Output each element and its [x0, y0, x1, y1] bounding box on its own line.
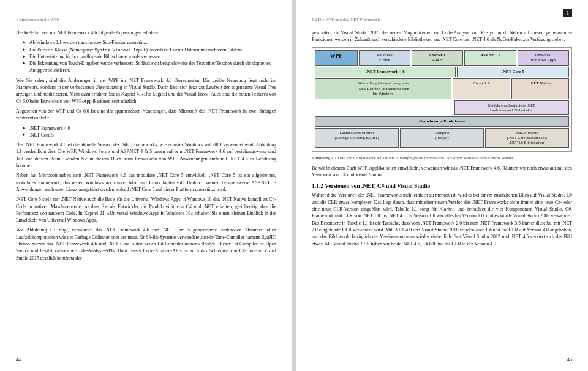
diagram-row-4: Modulare und optimierte .NETLaufzeiten u… [315, 100, 569, 115]
bullet-item-4: Die Erkennung von Touch-Eingaben wurde v… [23, 60, 276, 74]
bullet-item-3: Die Unterstützung für hochauflösende Bil… [23, 53, 276, 60]
diagram-row-shared: Laufzeitkomponenten(Garbage Collector, R… [315, 128, 569, 148]
cell-coreclr: Core CLR [453, 78, 510, 99]
bullet-item-2: Die Cursor-Klasse (Namespace: System.Win… [23, 47, 276, 53]
net-framework-diagram: WPF WindowsForms ASP.NET4 & 5 ASP.NET 5 … [312, 47, 572, 152]
cell-netnative: .NET Native [511, 78, 569, 99]
list-net-versions: .NET Framework 4.6 .NET Core 5 [23, 125, 276, 139]
cell-compiler: Compiler(Roslyn) [400, 128, 484, 148]
list-item-core: .NET Core 5 [23, 132, 276, 138]
cell-aspnet5: ASP.NET 5 [464, 50, 516, 66]
para-4: Neben hat Microsoft neben dem .NET Frame… [16, 172, 276, 193]
cell-modulare: Modulare und optimierte .NETLaufzeiten u… [454, 100, 569, 115]
cell-vollumfaenglich: Vollumfängliche und integrierte.NET Lauf… [315, 78, 451, 99]
para-2: Abgesehen von der WPF und C# 6.0 ist ein… [16, 108, 276, 122]
bullet-item-1: Ab Windows 8.1 werden transparente Sub-F… [23, 39, 276, 46]
left-page-header: 1 Einführung in die WPF [16, 17, 276, 22]
right-page: 1.1 Die WPF und das .NET Framework 1 gew… [296, 0, 588, 371]
para-1: Wie Sie sehen, sind die Änderungen in de… [16, 77, 276, 105]
diagram-row-1: WPF WindowsForms ASP.NET4 & 5 ASP.NET 5 … [315, 50, 569, 66]
diagram-row-3: Vollumfängliche und integrierte.NET Lauf… [315, 78, 569, 99]
diagram-caption: Abbildung 1.1 Das .NET Framework 4.6 ist… [312, 156, 572, 161]
intro-paragraph: Die WPF hat seit im .NET Framework 4.6 f… [16, 29, 276, 36]
bullet-list: Ab Windows 8.1 werden transparente Sub-F… [23, 39, 276, 73]
cell-gemeinsame-header: Gemeinsame Funktionen [315, 116, 569, 127]
page-number-right: 45 [567, 357, 572, 362]
para-6: Wie Abbildung 1.1 zeigt, verwenden das .… [16, 227, 276, 261]
cell-uwp: UniversalWindows Apps [518, 50, 569, 66]
cell-aspnet45: ASP.NET4 & 5 [412, 50, 463, 66]
section12-text: Während die Versionen des .NET Framework… [312, 192, 572, 247]
cell-netcore5: .NET Core 5 [457, 67, 569, 77]
cell-nuget: NuGet-Pakete(.NET Core Bibliotheken,.NET… [485, 128, 569, 148]
cell-laufzeitkomponenten: Laufzeitkomponenten(Garbage Collector, R… [315, 128, 399, 148]
cell-wpf: WPF [315, 50, 358, 66]
diagram-row-shared-header: Gemeinsame Funktionen [315, 116, 569, 127]
para-3: Das .NET Framework 4.6 ist die aktuelle … [16, 141, 276, 169]
diagram-row-2: .NET Framework 4.6 .NET Core 5 [315, 67, 569, 77]
section-number-badge: 1 [564, 9, 572, 17]
cell-netframework46: .NET Framework 4.6 [315, 67, 456, 77]
section12-title: 1.1.2 Versionen von .NET, C# und Visual … [312, 183, 572, 189]
book-spread: 1 Einführung in die WPF Die WPF hat seit… [0, 0, 588, 371]
section12-intro: Da wir in diesem Buch WPF-Applikationen … [312, 165, 572, 179]
right-chapter-header: 1.1 Die WPF und das .NET Framework [312, 17, 380, 22]
para-5: .NET Core 5 stellt mit .NET Native auch … [16, 196, 276, 223]
right-page-header: 1.1 Die WPF und das .NET Framework [312, 17, 572, 22]
list-item-framework: .NET Framework 4.6 [23, 125, 276, 132]
cell-winforms: WindowsForms [359, 50, 410, 66]
left-chapter-header: 1 Einführung in die WPF [16, 17, 59, 22]
right-intro: geworden, da Visual Studio 2015 die neue… [312, 29, 572, 43]
page-number-left: 44 [16, 357, 21, 362]
left-page: 1 Einführung in die WPF Die WPF hat seit… [0, 0, 292, 371]
